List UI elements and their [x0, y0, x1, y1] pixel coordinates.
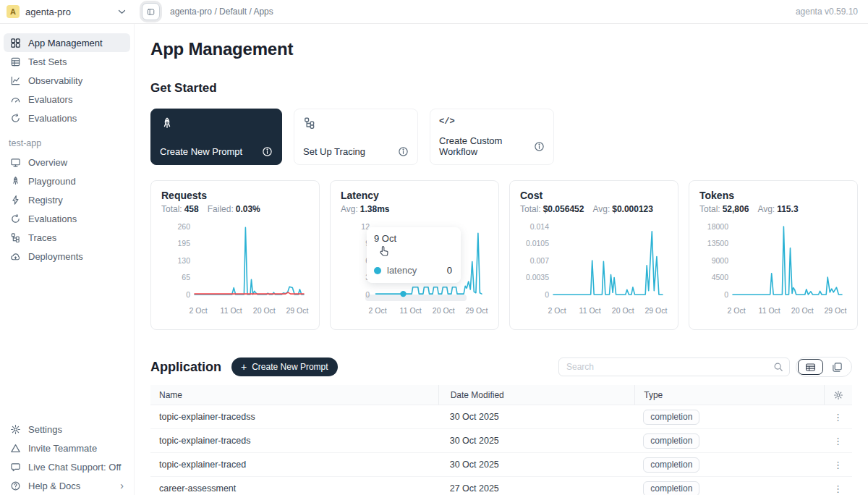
table-icon [10, 56, 21, 67]
row-menu-button[interactable]: ⋮ [829, 411, 847, 423]
sidebar-item-label: Traces [28, 232, 56, 243]
svg-text:2 Oct: 2 Oct [190, 306, 208, 315]
sidebar: App Management Test Sets Observability E… [0, 24, 135, 495]
create-new-prompt-button[interactable]: + Create New Prompt [231, 358, 338, 376]
sidebar-item-registry[interactable]: Registry [4, 190, 130, 209]
gauge-icon [10, 94, 21, 105]
tooltip-value: 0 [447, 265, 454, 276]
sidebar-item-app-evaluations[interactable]: Evaluations [4, 209, 130, 228]
create-new-prompt-card[interactable]: Create New Prompt [150, 109, 282, 165]
table-row[interactable]: topic-explainer-tracedss 30 Oct 2025 com… [150, 405, 852, 429]
rocket-icon [160, 117, 273, 131]
sidebar-item-label: Help & Docs [28, 481, 80, 491]
hand-cursor-icon [378, 245, 454, 260]
workspace-selector[interactable]: A agenta-pro [0, 5, 135, 18]
stat-total: Total:458 [161, 204, 199, 214]
svg-text:0: 0 [545, 290, 549, 299]
tooltip-series-row: latency 0 [374, 265, 454, 276]
row-menu-button[interactable]: ⋮ [829, 459, 847, 471]
create-custom-workflow-card[interactable]: </> Create Custom Workflow [430, 109, 554, 165]
tokens-chart[interactable]: 04500900013500180002 Oct11 Oct20 Oct29 O… [699, 218, 847, 319]
sidebar-bottom: Settings Invite Teammate Live Chat Suppo… [0, 420, 134, 495]
search-input[interactable] [565, 361, 773, 373]
svg-text:0: 0 [724, 290, 728, 299]
svg-text:195: 195 [177, 239, 190, 248]
application-heading: Application [150, 360, 221, 375]
application-header: Application + Create New Prompt [150, 357, 852, 377]
info-icon[interactable] [398, 146, 409, 157]
chart-tooltip: 9 Oct latency 0 [367, 227, 461, 283]
stat-avg: Avg:1.38ms [341, 204, 390, 214]
sidebar-item-app-management[interactable]: App Management [4, 33, 130, 52]
svg-text:29 Oct: 29 Oct [286, 306, 308, 315]
info-icon[interactable] [534, 141, 545, 152]
table-header: Name Date Modified Type [150, 385, 852, 405]
table-row[interactable]: topic-explainer-traceds 30 Oct 2025 comp… [150, 429, 852, 453]
stat-avg: Avg:$0.000123 [592, 204, 653, 214]
svg-text:130: 130 [177, 256, 190, 265]
svg-text:0.0035: 0.0035 [526, 273, 549, 282]
code-icon: </> [439, 117, 545, 127]
sidebar-item-traces[interactable]: Traces [4, 228, 130, 247]
line-chart-icon [10, 75, 21, 86]
sidebar-item-evaluations[interactable]: Evaluations [4, 109, 130, 127]
table-settings-gear-icon[interactable] [833, 390, 843, 400]
sidebar-item-settings[interactable]: Settings [4, 420, 130, 439]
workspace-name: agenta-pro [25, 7, 71, 17]
sidebar-item-overview[interactable]: Overview [4, 153, 130, 172]
row-menu-button[interactable]: ⋮ [829, 483, 847, 495]
sidebar-item-deployments[interactable]: Deployments [4, 247, 130, 266]
row-menu-button[interactable]: ⋮ [829, 435, 847, 447]
cost-chart[interactable]: 00.00350.0070.01050.0142 Oct11 Oct20 Oct… [520, 218, 668, 319]
type-badge: completion [643, 481, 699, 495]
svg-text:0: 0 [365, 290, 370, 299]
sidebar-item-playground[interactable]: Playground [4, 172, 130, 190]
card-view-button[interactable] [825, 359, 850, 375]
latency-chart-card: Latency Avg:1.38ms 0369122 Oct11 Oct20 O… [330, 180, 499, 330]
search-icon[interactable] [773, 362, 783, 372]
tracing-icon [303, 117, 409, 130]
sidebar-item-live-chat-support[interactable]: Live Chat Support: Off [4, 457, 130, 476]
app-name: topic-explainer-tracedss [150, 412, 438, 422]
chart-title: Requests [161, 190, 309, 201]
cloud-icon [10, 251, 21, 262]
sidebar-item-label: Registry [28, 195, 63, 206]
sidebar-item-help-docs[interactable]: Help & Docs › [4, 476, 130, 495]
lightning-icon [10, 195, 21, 206]
cost-chart-card: Cost Total:$0.056452 Avg:$0.000123 00.00… [509, 180, 678, 330]
breadcrumb[interactable]: agenta-pro / Default / Apps [170, 7, 273, 17]
plus-icon: + [241, 362, 247, 372]
sidebar-item-evaluators[interactable]: Evaluators [4, 90, 130, 109]
app-date-modified: 27 Oct 2025 [438, 483, 635, 494]
chevron-down-icon [118, 9, 126, 14]
sidebar-item-label: Overview [28, 157, 67, 168]
page-title: App Management [150, 39, 852, 59]
app-date-modified: 30 Oct 2025 [438, 412, 635, 422]
svg-text:29 Oct: 29 Oct [824, 306, 846, 315]
app-date-modified: 30 Oct 2025 [438, 460, 635, 470]
type-badge: completion [643, 433, 699, 449]
table-row[interactable]: career-assessment 27 Oct 2025 completion… [150, 477, 852, 495]
sidebar-collapse-button[interactable] [142, 3, 160, 20]
tooltip-series-label: latency [387, 265, 417, 276]
application-table: Name Date Modified Type topic-explainer-… [150, 385, 852, 495]
svg-text:2 Oct: 2 Oct [548, 306, 566, 315]
sidebar-item-label: App Management [28, 38, 103, 48]
sidebar-item-observability[interactable]: Observability [4, 71, 130, 90]
svg-text:20 Oct: 20 Oct [791, 306, 814, 315]
table-view-button[interactable] [798, 359, 823, 375]
chart-title: Latency [341, 190, 488, 201]
sidebar-item-label: Evaluations [28, 113, 77, 124]
table-row[interactable]: topic-explainer-traced 30 Oct 2025 compl… [150, 453, 852, 477]
requests-chart[interactable]: 0651301952602 Oct11 Oct20 Oct29 Oct [161, 218, 309, 319]
sidebar-item-test-sets[interactable]: Test Sets [4, 52, 130, 71]
svg-text:13500: 13500 [707, 239, 728, 248]
set-up-tracing-card[interactable]: Set Up Tracing [294, 109, 418, 165]
info-icon[interactable] [262, 146, 273, 157]
svg-text:2 Oct: 2 Oct [728, 306, 746, 315]
sidebar-item-label: Evaluators [28, 94, 72, 105]
rocket-icon [10, 176, 21, 187]
sidebar-item-invite-teammate[interactable]: Invite Teammate [4, 439, 130, 457]
sidebar-item-label: Evaluations [28, 213, 77, 224]
main-content: App Management Get Started Create New Pr… [135, 24, 868, 495]
